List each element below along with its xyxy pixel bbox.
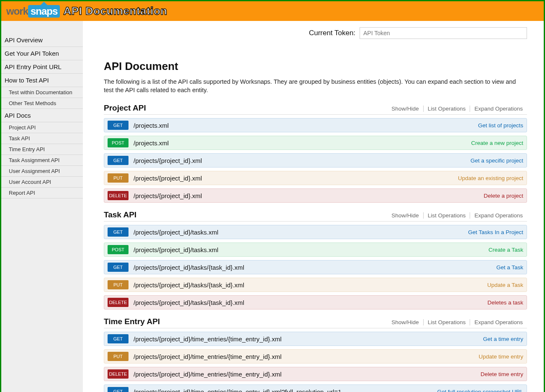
sidebar-item-user-assignment-api[interactable]: User Assignment API: [1, 166, 83, 177]
endpoint-desc: Delete a project: [483, 193, 523, 199]
endpoint-path: /projects.xml: [134, 122, 478, 129]
endpoint-row[interactable]: PUT/projects/{project_id}/time_entries/{…: [104, 349, 527, 364]
endpoint-desc: Get full resolution screenshot URL: [437, 389, 523, 392]
sidebar-item-task-assignment-api[interactable]: Task Assignment API: [1, 155, 83, 166]
method-badge-post: POST: [108, 245, 129, 254]
logo-text-work: work: [6, 5, 28, 17]
method-badge-put: PUT: [108, 173, 129, 183]
endpoint-desc: Update an existing project: [458, 175, 523, 181]
method-badge-delete: DELETE: [108, 191, 129, 200]
method-badge-get: GET: [108, 387, 129, 392]
sidebar-item-api-overview[interactable]: API Overview: [1, 34, 83, 47]
endpoint-row[interactable]: GET/projects/{project_id}/time_entries/{…: [104, 332, 527, 346]
sidebar-item-report-api[interactable]: Report API: [1, 188, 83, 199]
section-op-expand[interactable]: Expand Operations: [470, 106, 527, 112]
section-ops: Show/HideList OperationsExpand Operation…: [387, 106, 527, 112]
token-label: Current Token:: [309, 29, 355, 37]
method-badge-delete: DELETE: [108, 298, 129, 307]
api-section-time-entry-api: Time Entry APIShow/HideList OperationsEx…: [104, 317, 527, 392]
endpoint-path: /projects/{project_id}/tasks/{task_id}.x…: [134, 299, 487, 306]
section-op-show-hide[interactable]: Show/Hide: [387, 212, 423, 219]
section-title[interactable]: Task API: [104, 210, 136, 219]
method-badge-get: GET: [108, 156, 129, 165]
endpoint-path: /projects/{project_id}.xml: [134, 175, 458, 182]
endpoint-desc: Deletes a task: [487, 299, 523, 306]
section-header: Project APIShow/HideList OperationsExpan…: [104, 103, 527, 115]
endpoint-desc: Get list of projects: [478, 122, 523, 129]
endpoint-row[interactable]: GET/projects/{project_id}/tasks.xmlGet T…: [104, 225, 527, 239]
endpoint-row[interactable]: DELETE/projects/{project_id}/time_entrie…: [104, 367, 527, 381]
endpoint-desc: Update a Task: [487, 282, 523, 288]
endpoint-desc: Get a Task: [496, 264, 523, 271]
endpoint-path: /projects/{project_id}/tasks/{task_id}.x…: [134, 264, 496, 271]
section-op-list[interactable]: List Operations: [423, 106, 470, 112]
sidebar-item-get-your-api-token[interactable]: Get Your API Token: [1, 47, 83, 60]
api-section-project-api: Project APIShow/HideList OperationsExpan…: [104, 103, 527, 203]
endpoint-path: /projects/{project_id}.xml: [134, 157, 470, 164]
method-badge-put: PUT: [108, 352, 129, 361]
section-op-expand[interactable]: Expand Operations: [470, 212, 527, 219]
endpoint-path: /projects/{project_id}/tasks/{task_id}.x…: [134, 281, 487, 289]
endpoint-path: /projects/{project_id}.xml: [134, 192, 483, 199]
endpoint-path: /projects/{project_id}/tasks.xml: [134, 229, 468, 236]
endpoint-path: /projects/{project_id}/time_entries/{tim…: [134, 388, 437, 392]
sidebar-item-api-docs[interactable]: API Docs: [1, 109, 83, 122]
endpoint-desc: Create a new project: [471, 140, 523, 146]
api-section-task-api: Task APIShow/HideList OperationsExpand O…: [104, 210, 527, 309]
sidebar-item-api-entry-point-url[interactable]: API Entry Point URL: [1, 60, 83, 74]
sidebar-item-how-to-test-api[interactable]: How to Test API: [1, 74, 83, 87]
sidebar: API OverviewGet Your API TokenAPI Entry …: [1, 21, 83, 392]
endpoint-desc: Update time entry: [478, 353, 523, 360]
endpoint-path: /projects/{project_id}/time_entries/{tim…: [134, 371, 481, 378]
method-badge-delete: DELETE: [108, 369, 129, 379]
method-badge-put: PUT: [108, 280, 129, 289]
endpoint-row[interactable]: GET/projects/{project_id}/time_entries/{…: [104, 384, 527, 392]
section-ops: Show/HideList OperationsExpand Operation…: [387, 212, 527, 219]
main-content: Current Token: API Document The followin…: [83, 21, 544, 392]
logo: worksnaps: [6, 5, 60, 18]
sidebar-item-project-api[interactable]: Project API: [1, 122, 83, 133]
endpoint-desc: Delete time entry: [481, 371, 523, 377]
section-title[interactable]: Project API: [104, 103, 146, 113]
endpoint-row[interactable]: POST/projects/{project_id}/tasks.xmlCrea…: [104, 242, 527, 257]
page-title: API Document: [104, 60, 527, 73]
endpoint-row[interactable]: DELETE/projects/{project_id}/tasks/{task…: [104, 295, 527, 309]
sidebar-item-other-test-methods[interactable]: Other Test Methods: [1, 98, 83, 109]
section-header: Task APIShow/HideList OperationsExpand O…: [104, 210, 527, 222]
endpoint-path: /projects.xml: [134, 139, 471, 147]
endpoint-path: /projects/{project_id}/time_entries/{tim…: [134, 335, 483, 343]
sidebar-item-test-within-documentation[interactable]: Test within Documentation: [1, 87, 83, 98]
section-op-list[interactable]: List Operations: [423, 212, 470, 219]
token-input[interactable]: [360, 27, 527, 39]
method-badge-post: POST: [108, 138, 129, 147]
section-op-show-hide[interactable]: Show/Hide: [387, 319, 423, 325]
logo-text-snaps: snaps: [28, 5, 60, 18]
endpoint-desc: Create a Task: [488, 247, 523, 253]
endpoint-desc: Get Tasks In a Project: [468, 229, 523, 235]
endpoint-row[interactable]: DELETE/projects/{project_id}.xmlDelete a…: [104, 188, 527, 203]
section-op-show-hide[interactable]: Show/Hide: [387, 106, 423, 112]
endpoint-row[interactable]: PUT/projects/{project_id}.xmlUpdate an e…: [104, 171, 527, 185]
section-title[interactable]: Time Entry API: [104, 317, 160, 326]
endpoint-path: /projects/{project_id}/tasks.xml: [134, 246, 488, 253]
method-badge-get: GET: [108, 334, 129, 343]
sidebar-item-user-account-api[interactable]: User Account API: [1, 177, 83, 188]
section-ops: Show/HideList OperationsExpand Operation…: [387, 319, 527, 325]
sidebar-item-task-api[interactable]: Task API: [1, 133, 83, 144]
token-row: Current Token:: [104, 27, 527, 39]
endpoint-row[interactable]: GET/projects.xmlGet list of projects: [104, 118, 527, 132]
endpoint-row[interactable]: POST/projects.xmlCreate a new project: [104, 136, 527, 150]
page-header: worksnaps API Documentation: [1, 1, 544, 21]
endpoint-path: /projects/{project_id}/time_entries/{tim…: [134, 353, 478, 360]
section-op-list[interactable]: List Operations: [423, 319, 470, 325]
method-badge-get: GET: [108, 121, 129, 130]
method-badge-get: GET: [108, 227, 129, 237]
endpoint-row[interactable]: GET/projects/{project_id}.xmlGet a speci…: [104, 153, 527, 168]
endpoint-row[interactable]: PUT/projects/{project_id}/tasks/{task_id…: [104, 278, 527, 292]
endpoint-desc: Get a time entry: [483, 336, 523, 342]
sidebar-item-time-entry-api[interactable]: Time Entry API: [1, 144, 83, 155]
endpoint-desc: Get a specific project: [470, 157, 523, 164]
method-badge-get: GET: [108, 263, 129, 272]
endpoint-row[interactable]: GET/projects/{project_id}/tasks/{task_id…: [104, 260, 527, 274]
section-op-expand[interactable]: Expand Operations: [470, 319, 527, 325]
